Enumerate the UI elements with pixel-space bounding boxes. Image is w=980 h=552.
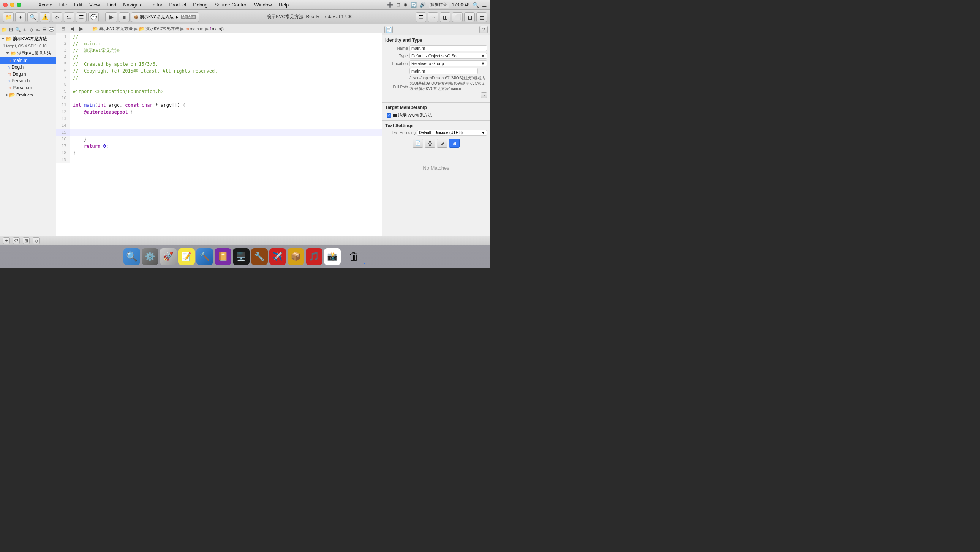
menu-view[interactable]: View	[86, 1, 103, 8]
stop-button[interactable]: ■	[119, 12, 129, 22]
sidebar-products-group[interactable]: 📂 Products	[0, 91, 56, 98]
sidebar-nav-warnings[interactable]: ⚠	[22, 26, 28, 33]
layout-btn-1[interactable]: ☰	[415, 12, 426, 22]
code-editor[interactable]: 1 // 2 // main.m 3 // 演示KVC常见方法 4 // 5 /…	[56, 33, 382, 236]
line-content-18: }	[70, 149, 382, 156]
menu-source-control[interactable]: Source Control	[212, 1, 251, 8]
nav-btn[interactable]: ⊞	[23, 237, 30, 244]
dock-rocket[interactable]: 🚀	[160, 248, 177, 265]
layout-btn-2[interactable]: ↔	[428, 12, 438, 22]
text-encoding-select[interactable]: Default - Unicode (UTF-8) ▼	[417, 130, 487, 136]
menu-find[interactable]: Find	[104, 1, 119, 8]
line-content-15	[70, 129, 382, 136]
sidebar-nav-search[interactable]: 🔍	[15, 26, 21, 33]
sidebar-item-dog-m[interactable]: m Dog.m	[0, 71, 56, 78]
dock-trash[interactable]: 🗑	[346, 248, 363, 265]
warning-btn[interactable]: ⚠️	[40, 12, 50, 22]
dock-photos[interactable]: 📸	[324, 248, 341, 265]
dock-tools[interactable]: 🔧	[251, 248, 268, 265]
dock-archive[interactable]: 📦	[288, 248, 304, 265]
menu-help[interactable]: Help	[276, 1, 292, 8]
location-file-value[interactable]: main.m	[409, 68, 478, 74]
panel-tool-braces[interactable]: {}	[425, 138, 435, 148]
dock-onenote[interactable]: 📔	[215, 248, 231, 265]
sidebar-item-person-h[interactable]: h Person.h	[0, 78, 56, 84]
clock: 17:00:48	[452, 2, 469, 8]
close-button[interactable]	[3, 3, 8, 7]
maximize-button[interactable]	[17, 3, 21, 7]
panel-tool-table[interactable]: ⊞	[449, 138, 460, 148]
sidebar-nav-symbols[interactable]: ⊞	[8, 26, 14, 33]
add-btn[interactable]: +	[3, 237, 10, 244]
target-checkbox[interactable]: ✓	[387, 113, 391, 118]
name-value[interactable]: main.m	[409, 45, 487, 51]
layout-btn-5[interactable]: ▥	[464, 12, 475, 22]
scheme-selector[interactable]: 📦 演示KVC常见方法 ▶ My Mac	[131, 12, 199, 22]
dock-system-prefs[interactable]: ⚙️	[142, 248, 158, 265]
breadcrumb-project[interactable]: 📂 演示KVC常见方法	[92, 26, 132, 32]
sidebar-item-person-m[interactable]: m Person.m	[0, 84, 56, 91]
dock-xcode[interactable]: 🔨	[196, 248, 213, 265]
run-button[interactable]: ▶	[105, 12, 118, 22]
sidebar-nav-folder[interactable]: 📁	[2, 26, 7, 33]
code-line-7: 7 //	[56, 75, 382, 81]
minimize-button[interactable]	[10, 3, 14, 7]
layout-btn-6[interactable]: ▤	[476, 12, 487, 22]
menu-window[interactable]: Window	[251, 1, 275, 8]
dock-notes[interactable]: 📝	[178, 248, 195, 265]
line-num-12: 12	[56, 109, 70, 116]
diamond-btn[interactable]: ◇	[52, 12, 62, 22]
sidebar-nav-tags[interactable]: 🏷	[35, 26, 41, 33]
scheme-name: 演示KVC常见方法	[140, 14, 173, 20]
panel-tool-circle[interactable]: ⊙	[437, 138, 447, 148]
sidebar-item-main-m[interactable]: m main.m	[0, 57, 56, 64]
folder-icon-btn[interactable]: 📁	[3, 12, 14, 22]
sidebar-nav-breakpoints[interactable]: ◇	[29, 26, 34, 33]
search-btn[interactable]: 🔍	[27, 12, 38, 22]
editor-view-toggle[interactable]: ⊞	[59, 25, 67, 32]
menu-debug[interactable]: Debug	[190, 1, 210, 8]
sidebar-item-dog-h[interactable]: h Dog.h	[0, 64, 56, 71]
nav-forward[interactable]: ▶	[78, 25, 85, 32]
menu-xcode[interactable]: Xcode	[35, 1, 56, 8]
menu-editor[interactable]: Editor	[146, 1, 165, 8]
layout-btn-4[interactable]: ⬜	[452, 12, 463, 22]
dock-creative[interactable]: 🎵	[306, 248, 323, 265]
full-path-reveal-btn[interactable]: →	[481, 92, 487, 98]
code-line-19: 19	[56, 156, 382, 163]
sidebar-group[interactable]: 📂 演示KVC常见方法	[0, 50, 56, 57]
menu-file[interactable]: File	[56, 1, 70, 8]
bottom-bar: + ⏱ ⊞ ◇	[0, 236, 490, 245]
list-btn[interactable]: ☰	[76, 12, 87, 22]
code-line-8: 8	[56, 81, 382, 88]
menu-apple[interactable]: 	[27, 1, 35, 8]
nav-back[interactable]: ◀	[68, 25, 76, 32]
comment-btn[interactable]: 💬	[88, 12, 99, 22]
grid-btn[interactable]: ⊞	[15, 12, 26, 22]
right-panel: 📄 ? Identity and Type Name main.m Type D…	[382, 24, 490, 236]
sidebar-nav-log[interactable]: ☰	[42, 26, 48, 33]
dock-finder[interactable]: 🔍	[123, 248, 140, 265]
menu-navigate[interactable]: Navigate	[120, 1, 145, 8]
dock-terminal[interactable]: 🖥️	[233, 248, 250, 265]
breakpoint-btn[interactable]: ◇	[33, 237, 40, 244]
menu-edit[interactable]: Edit	[71, 1, 86, 8]
sidebar-project-root[interactable]: 📂 演示KVC常见方法	[0, 35, 56, 43]
panel-tool-file[interactable]: 📄	[412, 138, 423, 148]
device-name: My Mac	[181, 15, 196, 19]
dock-scroll-indicator[interactable]	[364, 248, 367, 265]
dock: 🔍 ⚙️ 🚀 📝 🔨 📔 🖥️ 🔧 ✈️ 📦 🎵 📸 🗑	[0, 245, 490, 268]
sidebar-nav-issues[interactable]: 💬	[49, 26, 54, 33]
location-select[interactable]: Relative to Group ▼	[409, 60, 487, 67]
history-btn[interactable]: ⏱	[13, 237, 20, 244]
tag-btn[interactable]: 🏷	[64, 12, 75, 22]
rpt-file-btn[interactable]: 📄	[384, 26, 393, 33]
breadcrumb-group[interactable]: 📂 演示KVC常见方法	[139, 26, 179, 32]
rpt-help-btn[interactable]: ?	[479, 26, 488, 33]
type-value[interactable]: Default - Objective-C So... ▼	[409, 53, 487, 59]
dock-filezilla[interactable]: ✈️	[269, 248, 286, 265]
menu-product[interactable]: Product	[166, 1, 189, 8]
layout-btn-3[interactable]: ◫	[440, 12, 450, 22]
breadcrumb-function[interactable]: f main()	[210, 27, 224, 31]
breadcrumb-file[interactable]: m main.m	[185, 27, 203, 31]
